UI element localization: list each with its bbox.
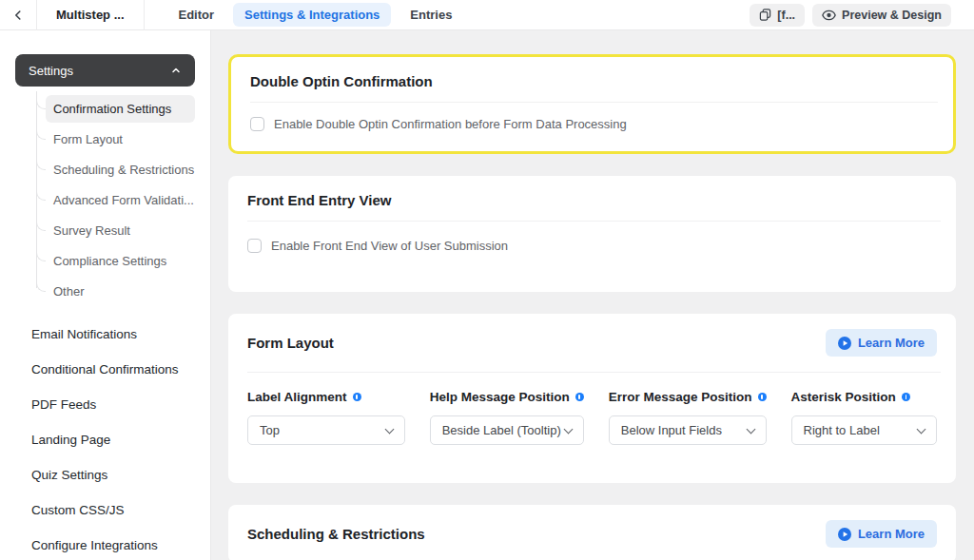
double-optin-checkbox[interactable]	[250, 117, 264, 131]
tab-editor[interactable]: Editor	[167, 3, 226, 27]
card-header: Form Layout Learn More	[228, 314, 956, 372]
error-message-position-select[interactable]: Below Input Fields	[609, 415, 767, 445]
field-help-message-position: Help Message PositionBeside Label (Toolt…	[430, 390, 584, 445]
sidebar-item-pdf-feeds[interactable]: PDF Feeds	[15, 387, 195, 422]
card-scheduling-restrictions: Scheduling & Restrictions Learn More	[228, 505, 956, 560]
field-label: Error Message Position	[609, 390, 767, 404]
select-value: Top	[260, 423, 280, 437]
select-value: Beside Label (Tooltip)	[442, 423, 561, 437]
asterisk-position-select[interactable]: Right to Label	[791, 415, 937, 445]
settings-subnav: Confirmation SettingsForm LayoutScheduli…	[36, 95, 195, 305]
card-title: Front End Entry View	[247, 192, 391, 208]
front-end-view-checkbox-row[interactable]: Enable Front End View of User Submission	[228, 222, 956, 292]
chevron-up-icon	[170, 65, 182, 76]
copy-icon	[759, 9, 771, 21]
card-title: Double Optin Confirmation	[250, 73, 433, 89]
chevron-down-icon	[917, 424, 926, 434]
sidebar-item-landing-page[interactable]: Landing Page	[15, 422, 195, 457]
tab-settings-integrations[interactable]: Settings & Integrations	[233, 3, 391, 27]
sidebar-nav: Email NotificationsConditional Confirmat…	[15, 317, 195, 560]
learn-more-label: Learn More	[858, 527, 925, 541]
copy-shortcode-button[interactable]: [f...	[750, 4, 805, 27]
back-button[interactable]	[0, 0, 36, 30]
double-optin-checkbox-label: Enable Double Optin Confirmation before …	[274, 117, 627, 131]
form-layout-fields: Label AlignmentTopHelp Message PositionB…	[228, 373, 956, 483]
info-icon[interactable]	[353, 393, 361, 401]
sidebar-item-quiz-settings[interactable]: Quiz Settings	[15, 457, 195, 492]
play-circle-icon	[838, 337, 851, 350]
sidebar-item-conditional-confirmations[interactable]: Conditional Confirmations	[15, 352, 195, 387]
sidebar-subitem-advanced-form-validati[interactable]: Advanced Form Validati...	[46, 186, 195, 214]
card-title: Form Layout	[247, 335, 334, 351]
help-message-position-select[interactable]: Beside Label (Tooltip)	[430, 415, 584, 445]
chevron-down-icon	[563, 424, 573, 434]
card-header: Front End Entry View	[228, 176, 956, 221]
field-error-message-position: Error Message PositionBelow Input Fields	[609, 390, 767, 445]
settings-content: Double Optin Confirmation Enable Double …	[211, 30, 974, 560]
topbar-tabs: EditorSettings & IntegrationsEntries	[167, 3, 464, 27]
card-header: Scheduling & Restrictions Learn More	[228, 505, 956, 560]
card-front-end-entry-view: Front End Entry View Enable Front End Vi…	[228, 176, 956, 292]
info-icon[interactable]	[758, 393, 767, 401]
field-label: Asterisk Position	[791, 390, 937, 404]
sidebar-item-email-notifications[interactable]: Email Notifications	[15, 317, 195, 352]
info-icon[interactable]	[575, 393, 584, 401]
card-header: Double Optin Confirmation	[231, 57, 953, 102]
topbar-actions: [f... Preview & Design	[750, 4, 974, 27]
form-title: Multistep ...	[37, 8, 144, 22]
sidebar-subitem-form-layout[interactable]: Form Layout	[46, 126, 195, 153]
field-asterisk-position: Asterisk PositionRight to Label	[791, 390, 937, 445]
settings-group-label: Settings	[29, 64, 73, 78]
sidebar-subitem-scheduling-restrictions[interactable]: Scheduling & Restrictions	[46, 156, 195, 183]
field-label-text: Help Message Position	[430, 390, 570, 404]
field-label-text: Label Alignment	[247, 390, 347, 404]
sidebar-item-configure-integrations[interactable]: Configure Integrations	[15, 528, 195, 560]
play-circle-icon	[838, 528, 851, 541]
field-label: Label Alignment	[247, 390, 405, 404]
settings-sidebar: Settings Confirmation SettingsForm Layou…	[0, 30, 211, 560]
card-title: Scheduling & Restrictions	[247, 526, 425, 542]
eye-icon	[822, 10, 836, 21]
field-label-alignment: Label AlignmentTop	[247, 390, 405, 445]
label-alignment-select[interactable]: Top	[247, 415, 405, 445]
field-label-text: Error Message Position	[609, 390, 752, 404]
preview-design-button[interactable]: Preview & Design	[812, 4, 951, 27]
chevron-down-icon	[384, 424, 394, 434]
sidebar-subitem-confirmation-settings[interactable]: Confirmation Settings	[46, 95, 195, 123]
select-value: Right to Label	[804, 423, 880, 437]
field-label: Help Message Position	[430, 390, 584, 404]
topbar: Multistep ... EditorSettings & Integrati…	[0, 0, 974, 30]
learn-more-button[interactable]: Learn More	[826, 329, 937, 357]
preview-design-label: Preview & Design	[842, 9, 942, 22]
chevron-left-icon	[11, 9, 25, 22]
front-end-view-checkbox-label: Enable Front End View of User Submission	[271, 239, 508, 253]
topbar-divider	[144, 0, 145, 30]
settings-group-toggle[interactable]: Settings	[15, 54, 195, 87]
tab-entries[interactable]: Entries	[399, 3, 463, 27]
double-optin-checkbox-row[interactable]: Enable Double Optin Confirmation before …	[231, 103, 953, 151]
select-value: Below Input Fields	[621, 423, 722, 437]
card-form-layout: Form Layout Learn More Label AlignmentTo…	[228, 314, 956, 483]
learn-more-button[interactable]: Learn More	[826, 520, 937, 548]
field-label-text: Asterisk Position	[791, 390, 896, 404]
learn-more-label: Learn More	[858, 336, 925, 350]
sidebar-subitem-other[interactable]: Other	[46, 278, 195, 305]
form-settings-page: Multistep ... EditorSettings & Integrati…	[0, 0, 974, 560]
sidebar-item-custom-css-js[interactable]: Custom CSS/JS	[15, 492, 195, 528]
chevron-down-icon	[746, 424, 755, 434]
sidebar-subitem-compliance-settings[interactable]: Compliance Settings	[46, 247, 195, 275]
front-end-view-checkbox[interactable]	[247, 239, 262, 253]
card-double-optin-confirmation: Double Optin Confirmation Enable Double …	[228, 54, 956, 154]
shortcode-label: [f...	[777, 9, 795, 22]
info-icon[interactable]	[902, 393, 910, 401]
sidebar-subitem-survey-result[interactable]: Survey Result	[46, 217, 195, 244]
